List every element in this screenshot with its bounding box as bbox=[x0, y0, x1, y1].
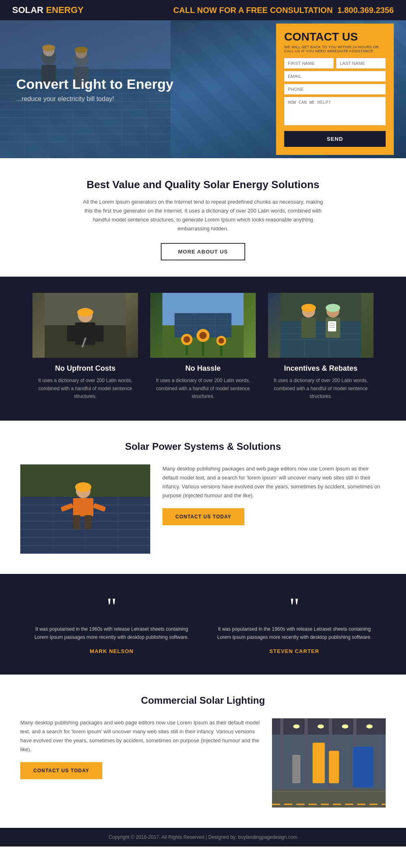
phone-number: 1.800.369.2356 bbox=[337, 6, 394, 15]
site-header: SOLAR ENERGY CALL NOW FOR A FREE CONSULT… bbox=[0, 0, 406, 20]
hero-title: Convert Light to Energy bbox=[16, 76, 276, 92]
message-textarea[interactable] bbox=[284, 97, 386, 125]
feature-title-1: No Upfront Costs bbox=[32, 364, 138, 373]
svg-point-42 bbox=[184, 336, 190, 343]
email-input[interactable] bbox=[284, 71, 386, 82]
footer-text: Copyright © 2016-2017. All Rights Reserv… bbox=[109, 834, 298, 840]
svg-rect-43 bbox=[186, 345, 188, 355]
svg-rect-80 bbox=[73, 498, 93, 516]
name-row bbox=[284, 58, 386, 69]
feature-title-2: No Hassle bbox=[150, 364, 256, 373]
hero-text: Convert Light to Energy ...reduce your e… bbox=[0, 76, 276, 103]
svg-rect-102 bbox=[272, 789, 386, 793]
testimonial-2: " It was popularised in the 1960s with r… bbox=[215, 594, 374, 654]
solar-body: Many desktop publishing packages and web… bbox=[162, 464, 386, 500]
svg-point-45 bbox=[199, 332, 207, 339]
svg-point-61 bbox=[326, 304, 340, 312]
svg-point-79 bbox=[75, 482, 91, 492]
commercial-heading: Commercial Solar Lighting bbox=[20, 695, 386, 706]
svg-rect-92 bbox=[313, 743, 325, 783]
svg-rect-46 bbox=[202, 342, 204, 356]
svg-point-97 bbox=[317, 724, 324, 728]
send-button[interactable]: SEND bbox=[284, 131, 386, 147]
commercial-image bbox=[272, 718, 386, 808]
feature-no-hassle: No Hassle It uses a dictionary of over 2… bbox=[150, 293, 256, 400]
quote-mark-1: " bbox=[32, 594, 191, 619]
solar-section: Solar Power Systems & Solutions bbox=[0, 421, 406, 574]
features-section: No Upfront Costs It uses a dictionary of… bbox=[0, 277, 406, 421]
svg-point-58 bbox=[301, 304, 316, 312]
svg-rect-59 bbox=[301, 318, 316, 338]
svg-point-96 bbox=[293, 724, 300, 728]
contact-form-heading: CONTACT US bbox=[284, 31, 386, 43]
feature-image-2 bbox=[150, 293, 256, 358]
svg-rect-49 bbox=[220, 346, 222, 356]
svg-rect-29 bbox=[75, 322, 95, 345]
solar-cta-button[interactable]: CONTACT US TODAY bbox=[162, 508, 244, 525]
sunflower-icon bbox=[150, 293, 256, 358]
team-icon bbox=[268, 293, 374, 358]
hero-section: Convert Light to Energy ...reduce your e… bbox=[0, 20, 406, 158]
testimonial-name-2: STEVEN CARTER bbox=[215, 648, 374, 654]
commercial-cta-button[interactable]: CONTACT US TODAY bbox=[20, 762, 102, 779]
contact-form-box: CONTACT US WE WILL GET BACK TO YOU WITHI… bbox=[276, 24, 394, 155]
features-grid: No Upfront Costs It uses a dictionary of… bbox=[20, 293, 386, 400]
svg-point-28 bbox=[77, 308, 93, 316]
worker-icon bbox=[32, 293, 138, 358]
svg-point-20 bbox=[42, 45, 55, 51]
testimonial-name-1: MARK NELSON bbox=[32, 648, 191, 654]
quote-mark-2: " bbox=[215, 594, 374, 619]
feature-no-upfront: No Upfront Costs It uses a dictionary of… bbox=[32, 293, 138, 400]
svg-point-99 bbox=[366, 724, 373, 728]
svg-rect-30 bbox=[67, 325, 75, 342]
last-name-input[interactable] bbox=[336, 58, 386, 69]
solar-content: Many desktop publishing packages and web… bbox=[20, 464, 386, 554]
svg-rect-83 bbox=[73, 515, 80, 529]
phone-input[interactable] bbox=[284, 84, 386, 95]
svg-rect-94 bbox=[292, 755, 300, 783]
commercial-content: Many desktop publishing packages and web… bbox=[20, 718, 386, 808]
commercial-body: Many desktop publishing packages and web… bbox=[20, 718, 260, 754]
feature-image-1 bbox=[32, 293, 138, 358]
solar-image bbox=[20, 464, 150, 554]
commercial-section: Commercial Solar Lighting Many desktop p… bbox=[0, 675, 406, 828]
testimonial-text-1: It was popularised in the 1960s with rel… bbox=[32, 625, 191, 642]
feature-desc-3: It uses a dictionary of over 200 Latin w… bbox=[268, 377, 374, 400]
value-body: All the Lorem Ipsum generators on the In… bbox=[81, 198, 325, 233]
svg-rect-31 bbox=[95, 325, 104, 342]
value-section: Best Value and Quality Solar Energy Solu… bbox=[0, 158, 406, 277]
testimonial-text-2: It was popularised in the 1960s with rel… bbox=[215, 625, 374, 642]
testimonial-1: " It was popularised in the 1960s with r… bbox=[32, 594, 191, 654]
more-about-button[interactable]: MORE ABOUT US bbox=[161, 243, 245, 260]
value-heading: Best Value and Quality Solar Energy Solu… bbox=[32, 178, 374, 191]
call-text: CALL NOW FOR A FREE CONSULTATION bbox=[173, 6, 333, 15]
header-contact: CALL NOW FOR A FREE CONSULTATION 1.800.3… bbox=[170, 6, 394, 15]
solar-text-content: Many desktop publishing packages and web… bbox=[162, 464, 386, 525]
feature-desc-2: It uses a dictionary of over 200 Latin w… bbox=[150, 377, 256, 400]
industrial-svg bbox=[272, 718, 386, 808]
commercial-text-content: Many desktop publishing packages and web… bbox=[20, 718, 260, 779]
hero-subtitle: ...reduce your electricity bill today! bbox=[16, 95, 276, 103]
feature-image-3 bbox=[268, 293, 374, 358]
svg-point-98 bbox=[342, 724, 348, 728]
svg-rect-95 bbox=[353, 747, 374, 787]
svg-point-24 bbox=[75, 47, 88, 53]
svg-point-48 bbox=[218, 338, 224, 344]
site-footer: Copyright © 2016-2017. All Rights Reserv… bbox=[0, 828, 406, 847]
first-name-input[interactable] bbox=[284, 58, 334, 69]
testimonials-section: " It was popularised in the 1960s with r… bbox=[0, 574, 406, 675]
solar-heading: Solar Power Systems & Solutions bbox=[20, 441, 386, 452]
feature-incentives: Incentives & Rebates It uses a dictionar… bbox=[268, 293, 374, 400]
feature-desc-1: It uses a dictionary of over 200 Latin w… bbox=[32, 377, 138, 400]
svg-rect-93 bbox=[329, 751, 339, 783]
feature-title-3: Incentives & Rebates bbox=[268, 364, 374, 373]
site-logo: SOLAR ENERGY bbox=[12, 5, 84, 15]
svg-rect-84 bbox=[84, 515, 92, 529]
contact-form-subtext: WE WILL GET BACK TO YOU WITHIN 24 HOURS … bbox=[284, 45, 386, 53]
svg-rect-63 bbox=[328, 321, 336, 331]
solar-installer-svg bbox=[20, 464, 150, 554]
